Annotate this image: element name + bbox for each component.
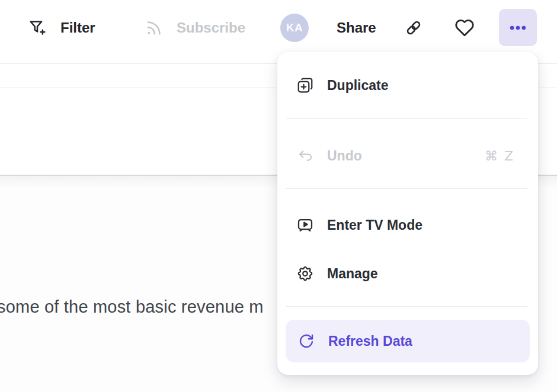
menu-item-enter-tv-mode[interactable]: Enter TV Mode <box>277 206 538 244</box>
menu-item-label: Duplicate <box>327 78 389 94</box>
heart-icon <box>453 17 476 39</box>
menu-item-refresh-data[interactable]: Refresh Data <box>286 320 530 362</box>
link-icon <box>404 18 424 38</box>
avatar-initials: KA <box>286 21 303 34</box>
menu-item-manage[interactable]: Manage <box>277 255 538 293</box>
duplicate-icon <box>296 76 314 94</box>
menu-section: Refresh Data <box>277 307 538 375</box>
subscribe-button[interactable]: Subscribe <box>144 9 245 47</box>
menu-item-duplicate[interactable]: Duplicate <box>277 66 538 104</box>
filter-plus-icon <box>27 18 47 38</box>
favorite-button[interactable] <box>453 9 476 47</box>
menu-section: Enter TV Mode Manage <box>277 189 538 306</box>
tv-icon <box>296 216 314 234</box>
dashboard-body-text: some of the most basic revenue m <box>0 297 264 317</box>
subscribe-label: Subscribe <box>177 20 245 36</box>
rss-icon <box>144 18 164 38</box>
refresh-icon <box>297 332 315 350</box>
dashboard-screen: some of the most basic revenue m Filter … <box>0 0 557 392</box>
share-label: Share <box>337 20 376 36</box>
menu-item-label: Enter TV Mode <box>327 217 422 233</box>
filter-button[interactable]: Filter <box>27 9 95 47</box>
menu-section: Undo ⌘ Z <box>277 119 538 188</box>
menu-item-undo[interactable]: Undo ⌘ Z <box>277 137 538 175</box>
filter-label: Filter <box>60 20 95 36</box>
menu-item-label: Undo <box>327 148 362 164</box>
undo-icon <box>296 147 314 165</box>
menu-section: Duplicate <box>277 52 538 118</box>
ellipsis-icon <box>508 18 527 37</box>
share-button[interactable]: Share <box>337 9 376 47</box>
menu-item-label: Refresh Data <box>328 333 412 349</box>
menu-item-label: Manage <box>327 266 378 282</box>
gear-icon <box>296 265 314 282</box>
avatar[interactable]: KA <box>280 14 309 42</box>
more-options-menu: Duplicate Undo ⌘ Z <box>277 52 538 375</box>
copy-link-button[interactable] <box>404 9 424 47</box>
menu-item-shortcut: ⌘ Z <box>485 149 514 163</box>
more-options-button[interactable] <box>499 9 537 46</box>
